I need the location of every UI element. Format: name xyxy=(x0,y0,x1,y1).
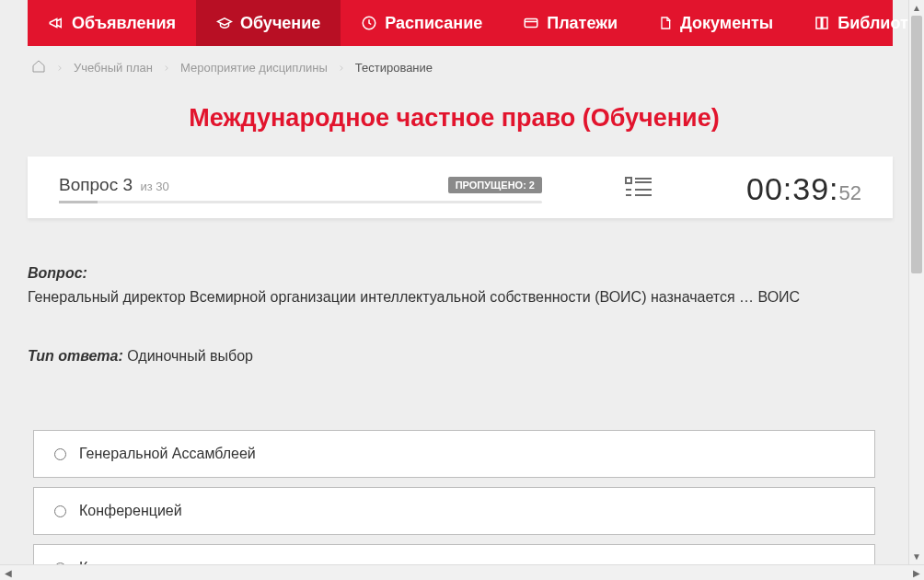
breadcrumb: Учебный план Мероприятие дисциплины Тест… xyxy=(28,46,881,84)
nav-item-library[interactable]: Библиотека xyxy=(793,0,908,46)
book-icon xyxy=(814,15,830,31)
breadcrumb-link-plan[interactable]: Учебный план xyxy=(74,61,153,75)
megaphone-icon xyxy=(48,15,64,31)
timer-main: 00:39: xyxy=(746,171,839,207)
question-list-button[interactable] xyxy=(625,176,653,203)
page-title: Международное частное право (Обучение) xyxy=(28,104,881,133)
timer: 00:39:52 xyxy=(746,171,861,207)
chevron-right-icon xyxy=(55,64,64,73)
answer-type-value: Одиночный выбор xyxy=(123,348,253,364)
scroll-down-arrow[interactable]: ▼ xyxy=(909,549,924,564)
option-item[interactable]: Генеральной Ассамблеей xyxy=(33,430,875,478)
timer-seconds: 52 xyxy=(839,181,861,205)
option-text: Генеральной Ассамблеей xyxy=(79,446,256,462)
nav-item-learning[interactable]: Обучение xyxy=(196,0,341,46)
option-radio[interactable] xyxy=(54,448,66,460)
svg-rect-1 xyxy=(525,19,537,28)
breadcrumb-link-event[interactable]: Мероприятие дисциплины xyxy=(180,61,328,75)
scroll-left-arrow[interactable]: ◀ xyxy=(0,565,16,580)
scroll-thumb[interactable] xyxy=(911,16,922,273)
nav-label: Библиотека xyxy=(837,14,908,33)
scroll-right-arrow[interactable]: ▶ xyxy=(908,565,924,580)
skipped-badge: ПРОПУЩЕНО: 2 xyxy=(448,177,542,193)
vertical-scrollbar[interactable]: ▲ ▼ xyxy=(908,0,924,564)
progress-bar xyxy=(59,201,542,203)
svg-rect-2 xyxy=(626,178,631,183)
status-card: Вопрос 3 из 30 ПРОПУЩЕНО: 2 xyxy=(28,157,893,218)
nav-label: Платежи xyxy=(547,14,618,33)
scroll-track[interactable] xyxy=(909,16,924,549)
option-radio[interactable] xyxy=(54,505,66,517)
grad-cap-icon xyxy=(216,15,233,31)
card-icon xyxy=(523,15,539,31)
question-area: Вопрос: Генеральный директор Всемирной о… xyxy=(28,262,881,367)
nav-label: Объявления xyxy=(72,14,176,33)
nav-item-schedule[interactable]: Расписание xyxy=(341,0,502,46)
nav-item-payments[interactable]: Платежи xyxy=(502,0,638,46)
question-prompt-label: Вопрос: xyxy=(28,265,87,281)
breadcrumb-current: Тестирование xyxy=(355,61,433,75)
answer-type-label: Тип ответа: xyxy=(28,348,123,364)
option-item[interactable]: Конференцией xyxy=(33,487,875,535)
chevron-right-icon xyxy=(337,64,346,73)
horizontal-scrollbar[interactable]: ◀ ▶ xyxy=(0,564,924,580)
doc-icon xyxy=(658,15,673,31)
nav-item-announcements[interactable]: Объявления xyxy=(28,0,196,46)
nav-label: Обучение xyxy=(240,14,320,33)
option-item[interactable]: Координационным комитетом xyxy=(33,544,875,564)
options-list: Генеральной Ассамблеей Конференцией Коор… xyxy=(28,430,881,564)
clock-icon xyxy=(361,15,377,31)
nav-label: Документы xyxy=(680,14,773,33)
progress-fill xyxy=(59,201,98,203)
nav-label: Расписание xyxy=(385,14,482,33)
home-icon[interactable] xyxy=(31,59,46,76)
chevron-right-icon xyxy=(162,64,171,73)
question-number-label: Вопрос 3 xyxy=(59,175,133,194)
option-text: Конференцией xyxy=(79,503,182,519)
question-prompt-text: Генеральный директор Всемирной организац… xyxy=(28,286,881,308)
question-of-label: из 30 xyxy=(140,180,168,193)
scroll-up-arrow[interactable]: ▲ xyxy=(909,0,924,16)
top-navbar: Объявления Обучение Расписание Платежи Д… xyxy=(28,0,893,46)
nav-item-documents[interactable]: Документы xyxy=(638,0,793,46)
